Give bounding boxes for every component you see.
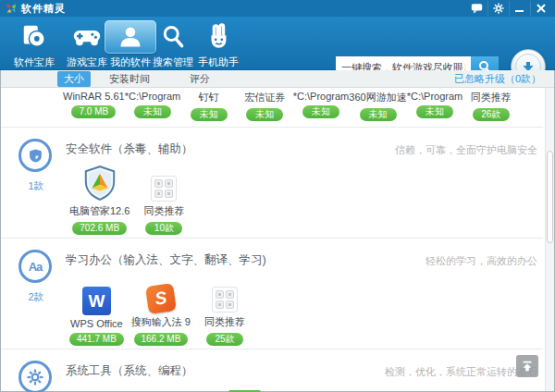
- section-title: 安全软件（杀毒、辅助）: [66, 141, 193, 157]
- section-items: 电脑管家12.6 702.6 MB 同类推荐 10款: [66, 163, 194, 235]
- app-item-sogou[interactable]: S 搜狗输入法 9 166.2 MB: [128, 274, 194, 346]
- gamepad-icon: [72, 25, 102, 49]
- software-item[interactable]: *C:\Program 未知: [293, 91, 350, 121]
- tab-size[interactable]: 大小: [57, 71, 91, 87]
- app-item-pc-manager[interactable]: 电脑管家12.6 702.6 MB: [66, 163, 133, 235]
- close-icon: [536, 4, 546, 13]
- count-badge: 26款: [473, 108, 510, 121]
- tab-rating[interactable]: 评分: [183, 71, 216, 87]
- software-name: 360网游加速: [349, 91, 406, 104]
- aa-icon: Aa: [29, 260, 43, 274]
- software-item[interactable]: 宏信证券 未知: [237, 91, 293, 121]
- sogou-icon: S: [145, 283, 177, 314]
- minimize-icon: [515, 4, 524, 13]
- count-badge: 25款: [206, 333, 243, 346]
- section-title: 学习办公（输入法、文字、翻译、学习): [66, 252, 266, 268]
- app-name: 同类推荐: [137, 204, 191, 218]
- size-badge: 未知: [246, 108, 283, 121]
- content-area: WinRAR 5.61 7.0 MB *C:\Program 未知 钉钉 未知 …: [1, 88, 554, 391]
- ignored-upgrades-link[interactable]: 已忽略升级（0款）: [454, 72, 541, 86]
- scrollbar-track[interactable]: [545, 88, 554, 391]
- size-badge: 未知: [360, 108, 397, 121]
- size-badge: 7.0 MB: [71, 105, 116, 118]
- software-item[interactable]: *C:\Program 未知: [125, 91, 181, 121]
- size-badge: 441.7 MB: [69, 333, 124, 346]
- back-to-top-button[interactable]: [516, 355, 538, 377]
- app-item-wps[interactable]: W WPS Office 441.7 MB: [66, 276, 128, 346]
- settings-button[interactable]: [487, 1, 509, 16]
- section-tagline: 信赖，可靠，全面守护电脑安全: [395, 143, 537, 157]
- security-category-icon: [18, 139, 52, 172]
- similar-apps-item[interactable]: 同类推荐 26款: [462, 91, 519, 121]
- speech-bubble-icon: [471, 3, 483, 14]
- close-button[interactable]: [530, 1, 551, 16]
- tab-install-time[interactable]: 安装时间: [103, 71, 156, 87]
- app-name: 搜狗输入法 9: [131, 315, 191, 329]
- hand-gesture-icon: [204, 23, 232, 51]
- software-item[interactable]: *C:\Program 未知: [407, 91, 463, 121]
- software-name: *C:\Program: [293, 91, 350, 102]
- nav-label: 软件宝库: [8, 55, 60, 69]
- app-name: 电脑管家12.6: [69, 204, 130, 218]
- section-system-tools: 系统工具（系统、编程） 检测，优化，系统正常运转的基石: [1, 349, 543, 392]
- section-tagline: 检测，优化，系统正常运转的基石: [385, 365, 537, 379]
- app-window: 软件精灵: [0, 0, 555, 392]
- nav-label: 手机助手: [192, 55, 244, 69]
- app-name: WPS Office: [69, 318, 124, 329]
- size-badge: 未知: [416, 105, 453, 118]
- size-badge: 702.6 MB: [72, 222, 127, 235]
- app-title: 软件精灵: [21, 2, 66, 16]
- nav-item-software-library[interactable]: 软件宝库: [8, 20, 60, 69]
- section-count: 1款: [3, 179, 69, 193]
- similar-apps-icon: [212, 287, 238, 312]
- similar-apps-icon: [151, 176, 177, 202]
- user-icon: [117, 24, 143, 50]
- size-badge: 未知: [302, 105, 339, 118]
- study-category-icon: Aa: [18, 250, 52, 283]
- size-badge: 未知: [134, 105, 171, 118]
- section-study-office: Aa 2款 学习办公（输入法、文字、翻译、学习) 轻松的学习，高效的办公 W W…: [1, 238, 543, 349]
- titlebar: 软件精灵: [0, 0, 555, 17]
- software-item[interactable]: WinRAR 5.61 7.0 MB: [63, 91, 125, 121]
- software-name: 钉钉: [180, 91, 237, 104]
- section-tagline: 轻松的学习，高效的办公: [426, 254, 537, 268]
- software-item[interactable]: 360网游加速 未知: [349, 91, 406, 121]
- section-items: W WPS Office 441.7 MB S 搜狗输入法 9 166.2 MB: [66, 274, 255, 346]
- nav-item-search-manage[interactable]: 搜索管理: [147, 20, 199, 69]
- gear-icon: [27, 369, 43, 386]
- similar-apps-item[interactable]: 同类推荐 10款: [133, 163, 194, 235]
- similar-apps-item[interactable]: 同类推荐 25款: [194, 274, 255, 346]
- pc-manager-icon: [83, 165, 117, 202]
- software-name: *C:\Program: [407, 91, 463, 102]
- wps-icon: W: [82, 287, 111, 315]
- software-name: WinRAR 5.61: [63, 91, 125, 102]
- software-name: *C:\Program: [125, 91, 181, 102]
- app-name: 同类推荐: [198, 315, 252, 329]
- shield-icon: [28, 148, 43, 164]
- sort-tabbar: 大小 安装时间 评分 已忽略升级（0款）: [1, 70, 554, 88]
- disc-icon: [20, 23, 48, 51]
- app-logo-icon: [6, 3, 17, 14]
- system-category-icon: [18, 361, 52, 392]
- nav-label: 搜索管理: [147, 55, 199, 69]
- section-security: 1款 安全软件（杀毒、辅助） 信赖，可靠，全面守护电脑安全: [1, 127, 543, 238]
- search-icon: [160, 24, 186, 50]
- scrollbar-thumb[interactable]: [547, 151, 553, 243]
- nav-item-phone-assistant[interactable]: 手机助手: [192, 20, 244, 69]
- software-item[interactable]: 钉钉 未知: [180, 91, 237, 121]
- gear-icon: [493, 3, 504, 14]
- window-controls: [466, 0, 551, 17]
- main-toolbar: 软件宝库 游戏宝库 我的软件: [0, 17, 555, 70]
- section-title: 系统工具（系统、编程）: [66, 363, 193, 379]
- software-update-row: WinRAR 5.61 7.0 MB *C:\Program 未知 钉钉 未知 …: [63, 91, 519, 121]
- minimize-button[interactable]: [509, 1, 530, 16]
- feedback-button[interactable]: [466, 1, 487, 16]
- section-count: 2款: [3, 290, 69, 304]
- back-to-top-icon: [521, 360, 534, 373]
- count-badge: 10款: [145, 222, 182, 235]
- size-badge: 未知: [191, 108, 228, 121]
- software-name: 宏信证券: [237, 91, 293, 104]
- size-badge: 166.2 MB: [134, 333, 189, 346]
- software-name: 同类推荐: [462, 91, 519, 104]
